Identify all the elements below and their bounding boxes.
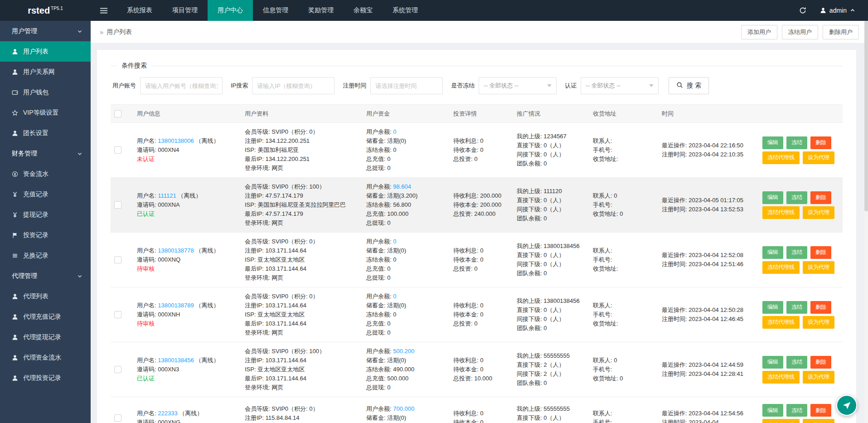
top-menu-item[interactable]: 余额宝 [344,0,383,21]
username-link[interactable]: 13800138456 [158,357,194,364]
top-menu-item[interactable]: 信息管理 [253,0,298,21]
funds-line: 储蓄金: 活期(0) [366,356,446,365]
delete-button[interactable]: 删除 [810,136,831,149]
select-all-checkbox[interactable] [114,110,121,117]
user-profile-cell: 会员等级: SVIP0（积分: 0）注册IP: 134.122.200.251I… [241,123,363,178]
row-checkbox[interactable] [114,311,121,318]
sidebar-item[interactable]: 提现记录 [0,204,91,225]
edit-button[interactable]: 编辑 [762,191,783,204]
sidebar-item[interactable]: 代理投资记录 [0,368,91,388]
freeze-agent-line-button[interactable]: 冻结代理线 [762,151,800,164]
delete-button[interactable]: 删除 [810,356,831,369]
delete-button[interactable]: 删除 [810,301,831,314]
balance-value[interactable]: 0 [393,128,396,135]
search-input[interactable] [252,77,335,94]
search-input[interactable] [140,77,223,94]
freeze-button[interactable]: 冻结 [786,356,807,369]
row-checkbox[interactable] [114,256,121,263]
edit-button[interactable]: 编辑 [762,136,783,149]
sidebar-item[interactable]: 代理提现记录 [0,327,91,347]
sidebar-group-title[interactable]: 代理管理 [0,266,91,286]
freeze-button[interactable]: 冻结 [786,404,807,417]
header-action-button[interactable]: 冻结用户 [782,25,818,39]
sidebar-item[interactable]: 用户列表 [0,41,91,62]
scrollbar-thumb[interactable] [864,21,868,211]
delete-button[interactable]: 删除 [810,404,831,417]
refresh-icon[interactable] [799,7,806,14]
sidebar-item[interactable]: 代理资金流水 [0,347,91,368]
search-select[interactable]: -- 全部状态 -- [581,77,659,94]
header-action-button[interactable]: 删除用户 [823,25,859,39]
search-select[interactable]: -- 全部状态 -- [479,77,557,94]
header-action-button[interactable]: 添加用户 [741,25,777,39]
hamburger-icon[interactable] [100,8,108,14]
row-checkbox[interactable] [114,366,121,373]
username-link[interactable]: 222333 [158,410,177,417]
row-checkbox[interactable] [114,146,121,154]
edit-button[interactable]: 编辑 [762,301,783,314]
search-form: 用户账号IP搜索注册时间是否冻结-- 全部状态 --认证-- 全部状态 --搜 … [112,77,841,94]
sidebar-item[interactable]: 代理列表 [0,286,91,306]
username-link[interactable]: 13800138778 [158,247,194,254]
freeze-agent-line-button[interactable]: 冻结代理线 [762,316,800,329]
search-button[interactable]: 搜 索 [669,77,709,94]
balance-value[interactable]: 98.604 [393,183,411,190]
delete-button[interactable]: 删除 [810,191,831,204]
balance-value[interactable]: 0 [393,293,396,300]
freeze-button[interactable]: 冻结 [786,301,807,314]
online-status: （离线） [194,357,219,364]
profile-line: ISP: 亚太地区亚太地区 [245,310,359,319]
search-input[interactable] [370,77,443,94]
sidebar-item[interactable]: 资金流水 [0,164,91,184]
freeze-button[interactable]: 冻结 [786,246,807,259]
username-link[interactable]: 13800138789 [158,302,194,309]
sidebar-item[interactable]: 兑换记录 [0,245,91,266]
sidebar-group-title[interactable]: 用户管理 [0,21,91,41]
freeze-button[interactable]: 冻结 [786,191,807,204]
top-menu-item[interactable]: 系统管理 [383,0,428,21]
freeze-agent-line-button[interactable]: 冻结代理线 [762,371,800,384]
top-menu-item[interactable]: 项目管理 [162,0,208,21]
username-link[interactable]: 111121 [158,192,176,199]
chat-float-button[interactable] [836,395,857,416]
sidebar-item[interactable]: 用户关系网 [0,62,91,82]
sidebar-item[interactable]: 投资记录 [0,225,91,245]
scrollbar[interactable] [864,21,868,423]
sidebar-item[interactable]: 充值记录 [0,184,91,204]
set-as-agent-button[interactable]: 设为代理 [803,371,834,384]
row-checkbox[interactable] [114,201,121,209]
set-as-agent-button[interactable]: 设为代理 [803,261,834,274]
row-select-cell [111,233,133,287]
balance-value[interactable]: 700.000 [393,405,414,412]
set-as-agent-button[interactable]: 设为代理 [803,151,834,164]
balance-value[interactable]: 0 [393,238,396,245]
edit-button[interactable]: 编辑 [762,356,783,369]
freeze-button[interactable]: 冻结 [786,136,807,149]
top-menu-item[interactable]: 用户中心 [208,0,253,21]
set-as-agent-button[interactable]: 设为代理 [803,419,834,423]
freeze-agent-line-button[interactable]: 冻结代理线 [762,206,800,219]
top-menu-item[interactable]: 系统报表 [117,0,162,21]
freeze-agent-line-button[interactable]: 冻结代理线 [762,419,800,423]
profile-line: 最后IP: 134.122.200.251 [245,155,359,164]
edit-button[interactable]: 编辑 [762,246,783,259]
admin-menu[interactable]: admin [820,7,855,14]
sidebar-item[interactable]: 团长设置 [0,123,91,143]
sidebar-item[interactable]: 代理充值记录 [0,306,91,327]
profile-line: 登录环境: 网页 [245,164,359,173]
delete-button[interactable]: 删除 [810,246,831,259]
sidebar-item[interactable]: 用户钱包 [0,82,91,102]
top-menu-item[interactable]: 奖励管理 [298,0,344,21]
sidebar-item[interactable]: VIP等级设置 [0,102,91,123]
balance-value[interactable]: 500.200 [393,348,414,355]
username-link[interactable]: 13800138006 [158,137,194,144]
freeze-agent-line-button[interactable]: 冻结代理线 [762,261,800,274]
promotion-line: 我的上级: 111120 [517,187,586,196]
set-as-agent-button[interactable]: 设为代理 [803,206,834,219]
edit-button[interactable]: 编辑 [762,404,783,417]
sidebar-group-label: 财务管理 [12,150,37,158]
set-as-agent-button[interactable]: 设为代理 [803,316,834,329]
sidebar-group-title[interactable]: 财务管理 [0,143,91,164]
row-checkbox[interactable] [114,414,121,422]
promotion-line: 直接下级: 0（人） [517,306,586,315]
